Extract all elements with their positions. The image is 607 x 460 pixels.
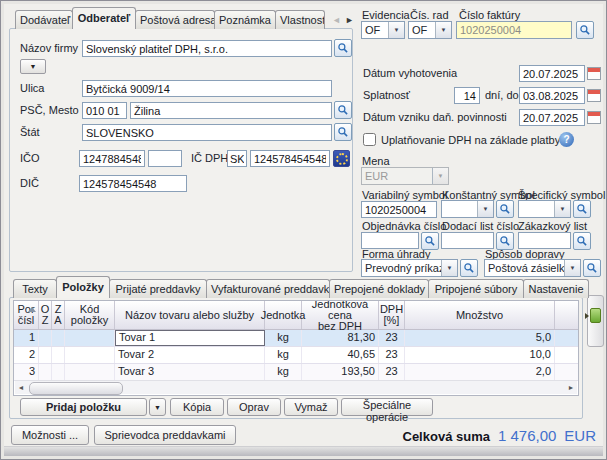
scrollbar-thumb[interactable] [29, 382, 123, 395]
cell-nazov[interactable]: Tovar 3 [115, 364, 265, 380]
copy-button[interactable]: Kópia [170, 398, 224, 416]
tab-pripojene-subory[interactable]: Pripojené súbory [428, 279, 524, 298]
cell-kod[interactable] [65, 330, 115, 346]
col-header-dph[interactable]: DPH [%] [379, 301, 405, 329]
cell-dph[interactable]: 23 [379, 347, 405, 363]
cell-dph[interactable]: 23 [379, 330, 405, 346]
tab-texty[interactable]: Texty [13, 279, 57, 298]
advance-wizard-button[interactable]: Sprievodca preddavkami [94, 425, 236, 445]
chevron-down-icon[interactable]: ▼ [564, 260, 580, 276]
shipping-method-search-button[interactable] [583, 259, 601, 277]
horizontal-scrollbar[interactable]: ◄ ► [15, 380, 577, 394]
tab-vyfakturovane-preddavky[interactable]: Vyfakturované preddavky [206, 279, 330, 298]
specific-symbol-combo[interactable]: ▼ [518, 200, 571, 218]
ico-suffix-input[interactable] [148, 150, 182, 167]
tab-prepojene-doklady[interactable]: Prepojené doklady [329, 279, 429, 298]
col-header-kod[interactable]: Kód položky [65, 301, 115, 329]
calendar-icon[interactable] [587, 89, 601, 102]
help-icon[interactable]: ? [559, 132, 574, 147]
tab-dodavatel[interactable]: Dodávateľ [15, 10, 73, 29]
country-search-button[interactable] [334, 123, 352, 141]
scroll-right-icon[interactable]: ► [565, 382, 577, 393]
delete-button[interactable]: Vymaž [284, 398, 338, 416]
cell-za[interactable] [52, 330, 65, 346]
side-panel-toggle-button[interactable] [587, 295, 604, 347]
cell-za[interactable] [52, 347, 65, 363]
company-search-button[interactable] [334, 39, 352, 57]
tab-scroll-next-icon[interactable]: ► [345, 15, 354, 25]
vies-check-button[interactable] [333, 150, 350, 167]
issue-date-input[interactable] [519, 65, 585, 82]
chevron-down-icon[interactable]: ▼ [435, 22, 451, 38]
payment-method-search-button[interactable] [460, 259, 478, 277]
cell-cena[interactable]: 40,65 [302, 347, 379, 363]
city-input[interactable] [130, 102, 332, 119]
due-days-input[interactable] [454, 87, 480, 104]
tab-nastavenie[interactable]: Nastavenie [523, 279, 589, 298]
ico-input[interactable] [79, 150, 145, 167]
icdph-prefix-input[interactable] [227, 150, 247, 167]
tab-scroll-prev-icon[interactable]: ◄ [332, 15, 341, 25]
add-item-dropdown-button[interactable]: ▼ [149, 398, 166, 416]
country-input[interactable] [82, 124, 332, 141]
tab-postova-adresa[interactable]: Poštová adresa [135, 10, 215, 29]
cell-oz[interactable] [39, 347, 52, 363]
job-order-input[interactable] [518, 232, 571, 249]
special-operations-button[interactable]: Špeciálne operácie [341, 398, 433, 416]
cell-por[interactable]: 2 [14, 347, 39, 363]
zip-input[interactable] [82, 102, 127, 119]
cell-jednotka[interactable]: kg [265, 364, 302, 380]
company-dropdown-button[interactable]: ▼ [20, 59, 46, 74]
cell-mnozstvo[interactable]: 10,0 [405, 347, 555, 363]
options-button[interactable]: Možnosti ... [11, 425, 89, 445]
col-header-oz[interactable]: O Z [39, 301, 52, 329]
constant-symbol-search-button[interactable] [496, 200, 514, 218]
cell-por[interactable]: 1 [14, 330, 39, 346]
tab-poznamka[interactable]: Poznámka [214, 10, 276, 29]
cell-oz[interactable] [39, 330, 52, 346]
cis-rad-combo[interactable]: OF ▼ [408, 21, 452, 39]
dic-input[interactable] [79, 175, 187, 192]
cell-por[interactable]: 3 [14, 364, 39, 380]
tab-prijate-preddavky[interactable]: Prijaté preddavky [109, 279, 207, 298]
variable-symbol-input[interactable] [361, 201, 437, 218]
tax-date-input[interactable] [519, 109, 585, 126]
cell-za[interactable] [52, 364, 65, 380]
chevron-down-icon[interactable]: ▼ [388, 22, 404, 38]
invoice-number-search-button[interactable] [576, 21, 594, 39]
calendar-icon[interactable] [587, 67, 601, 80]
evidencia-combo[interactable]: OF ▼ [361, 21, 405, 39]
cell-oz[interactable] [39, 364, 52, 380]
payment-method-combo[interactable]: Prevodný príkaz ▼ [361, 259, 458, 277]
street-input[interactable] [82, 80, 332, 97]
cell-cena[interactable]: 81,30 [302, 330, 379, 346]
col-header-por-cisl[interactable]: Por čísl [14, 301, 39, 329]
job-order-search-button[interactable] [573, 232, 591, 250]
table-row[interactable]: 1 Tovar 1 kg 81,30 23 5,0 [14, 330, 578, 347]
col-header-za[interactable]: Z A [52, 301, 65, 329]
chevron-down-icon[interactable]: ▼ [477, 201, 493, 217]
specific-symbol-search-button[interactable] [573, 200, 591, 218]
cell-jednotka[interactable]: kg [265, 347, 302, 363]
cell-nazov[interactable]: Tovar 2 [115, 347, 265, 363]
cell-cena[interactable]: 193,50 [302, 364, 379, 380]
table-row[interactable]: 2 Tovar 2 kg 40,65 23 10,0 [14, 347, 578, 364]
delivery-note-input[interactable] [441, 232, 494, 249]
chevron-down-icon[interactable]: ▼ [554, 201, 570, 217]
col-header-cena[interactable]: Jednotková cena bez DPH [302, 301, 379, 329]
chevron-down-icon[interactable]: ▼ [441, 260, 457, 276]
cell-kod[interactable] [65, 364, 115, 380]
tab-polozky[interactable]: Položky [56, 276, 110, 298]
shipping-method-combo[interactable]: Poštová zásielka ▼ [484, 259, 581, 277]
cell-dph[interactable]: 23 [379, 364, 405, 380]
order-number-input[interactable] [361, 232, 419, 249]
cell-mnozstvo[interactable]: 2,0 [405, 364, 555, 380]
invoice-number-input[interactable] [456, 21, 572, 39]
cell-mnozstvo[interactable]: 5,0 [405, 330, 555, 346]
col-header-mnozstvo[interactable]: Množstvo [405, 301, 555, 329]
icdph-input[interactable] [250, 150, 330, 167]
company-name-input[interactable] [82, 40, 332, 57]
edit-button[interactable]: Oprav [227, 398, 281, 416]
calendar-icon[interactable] [587, 111, 601, 124]
table-row[interactable]: 3 Tovar 3 kg 193,50 23 2,0 [14, 364, 578, 381]
